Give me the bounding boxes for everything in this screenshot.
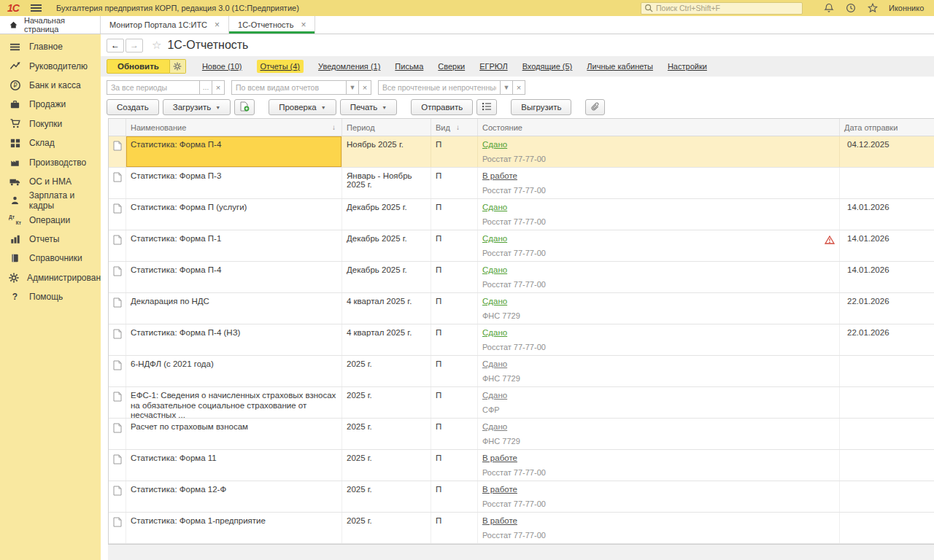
status-link[interactable]: Сдано <box>482 391 507 400</box>
sidebar-item-sales[interactable]: Продажи <box>0 95 101 114</box>
clear-filter-icon[interactable]: × <box>513 80 525 95</box>
nav-new[interactable]: Новое (10) <box>202 62 242 71</box>
report-name-cell[interactable]: Статистика: Форма 11 <box>126 450 342 481</box>
clear-filter-icon[interactable]: × <box>359 80 371 95</box>
table-row[interactable]: Статистика: Форма П-4Ноябрь 2025 г.ПСдан… <box>109 136 934 168</box>
status-link[interactable]: Сдано <box>482 297 507 306</box>
column-header-name[interactable]: Наименование↓ <box>126 119 342 136</box>
table-row[interactable]: ЕФС-1: Сведения о начисленных страховых … <box>109 387 934 419</box>
nav-egrul[interactable]: ЕГРЮЛ <box>479 62 507 71</box>
table-row[interactable]: 6-НДФЛ (с 2021 года)2025 г.ПСданоФНС 772… <box>109 356 934 387</box>
table-row[interactable]: Декларация по НДС4 квартал 2025 г.ПСдано… <box>109 293 934 324</box>
load-from-file-button[interactable] <box>234 99 255 115</box>
clear-filter-icon[interactable]: × <box>212 80 225 95</box>
report-name-cell[interactable]: 6-НДФЛ (с 2021 года) <box>126 356 342 386</box>
ellipsis-picker-icon[interactable]: … <box>200 80 212 95</box>
create-button[interactable]: Создать <box>107 99 159 115</box>
report-name-cell[interactable]: Статистика: Форма П (услуги) <box>126 199 342 230</box>
sidebar-item-manager[interactable]: Руководителю <box>0 56 101 75</box>
send-button[interactable]: Отправить <box>411 99 473 115</box>
status-link[interactable]: Сдано <box>482 234 507 243</box>
tab-close-icon[interactable]: × <box>301 20 306 30</box>
table-row[interactable]: Статистика: Форма 1-предприятие2025 г.ПВ… <box>109 513 934 544</box>
sidebar-item-purchases[interactable]: Покупки <box>0 114 101 133</box>
report-name-cell[interactable]: Статистика: Форма 1-предприятие <box>126 513 342 543</box>
current-user[interactable]: Иконнико <box>889 4 934 12</box>
warning-icon[interactable] <box>825 236 835 246</box>
nav-notifications[interactable]: Уведомления (1) <box>318 62 380 71</box>
column-header-status[interactable]: Состояние <box>478 119 840 136</box>
nav-reconciliations[interactable]: Сверки <box>438 62 465 71</box>
refresh-settings-gear-icon[interactable] <box>170 59 186 74</box>
sidebar-item-fixed-assets[interactable]: ОС и НМА <box>0 172 101 191</box>
table-row[interactable]: Статистика: Форма П-3Январь - Ноябрь 202… <box>109 168 934 199</box>
status-link[interactable]: Сдано <box>482 265 507 274</box>
status-link[interactable]: В работе <box>482 171 517 180</box>
status-link[interactable]: Сдано <box>482 140 507 149</box>
report-name-cell[interactable]: Статистика: Форма П-1 <box>126 230 342 261</box>
period-filter-input[interactable] <box>107 80 200 95</box>
sidebar-item-bank[interactable]: ₽Банк и касса <box>0 76 101 95</box>
sidebar-item-administration[interactable]: Администрирование <box>0 268 101 287</box>
table-row[interactable]: Расчет по страховым взносам2025 г.ПСдано… <box>109 419 934 450</box>
report-name-cell[interactable]: Расчет по страховым взносам <box>126 419 342 449</box>
report-name-cell[interactable]: Декларация по НДС <box>126 293 342 324</box>
report-type-filter-input[interactable] <box>231 80 347 95</box>
load-button[interactable]: Загрузить▼ <box>163 99 231 115</box>
report-name-cell[interactable]: Статистика: Форма 12-Ф <box>126 481 342 512</box>
main-menu-icon[interactable] <box>31 3 42 13</box>
dropdown-arrow-icon[interactable]: ▼ <box>501 80 513 95</box>
history-icon[interactable] <box>845 2 857 14</box>
tab-start-page[interactable]: Начальная страница <box>0 16 101 34</box>
nav-letters[interactable]: Письма <box>395 62 423 71</box>
table-row[interactable]: Статистика: Форма П-4Декабрь 2025 г.ПСда… <box>109 262 934 293</box>
sidebar-item-production[interactable]: Производство <box>0 152 101 171</box>
table-row[interactable]: Статистика: Форма П-1Декабрь 2025 г.ПСда… <box>109 230 934 262</box>
table-row[interactable]: Статистика: Форма 12-Ф2025 г.ПВ работеРо… <box>109 481 934 513</box>
status-link[interactable]: В работе <box>482 516 517 525</box>
report-name-cell[interactable]: Статистика: Форма П-3 <box>126 168 342 198</box>
sidebar-item-main[interactable]: Главное <box>0 37 101 56</box>
nav-reports[interactable]: Отчеты (4) <box>257 60 304 73</box>
status-link[interactable]: Сдано <box>482 422 507 431</box>
status-link[interactable]: В работе <box>482 454 517 462</box>
tab-its-monitor[interactable]: Монитор Портала 1С:ИТС× <box>101 16 229 34</box>
sidebar-item-payroll[interactable]: Зарплата и кадры <box>0 191 101 210</box>
nav-settings[interactable]: Настройки <box>668 62 707 71</box>
sidebar-item-warehouse[interactable]: Склад <box>0 133 101 152</box>
table-row[interactable]: Статистика: Форма П-4 (НЗ)4 квартал 2025… <box>109 324 934 356</box>
report-name-cell[interactable]: ЕФС-1: Сведения о начисленных страховых … <box>126 387 342 418</box>
check-button[interactable]: Проверка▼ <box>269 99 336 115</box>
status-link[interactable]: Сдано <box>482 359 507 368</box>
send-list-button[interactable] <box>476 99 497 115</box>
read-state-filter-input[interactable] <box>378 80 501 95</box>
dropdown-arrow-icon[interactable]: ▼ <box>347 80 359 95</box>
export-button[interactable]: Выгрузить <box>511 99 571 115</box>
global-search[interactable] <box>641 2 803 15</box>
column-header-period[interactable]: Период <box>342 119 431 136</box>
report-name-cell[interactable]: Статистика: Форма П-4 <box>126 262 342 292</box>
sidebar-item-help[interactable]: ?Помощь <box>0 287 101 306</box>
sidebar-item-operations[interactable]: ДтКтОперации <box>0 211 101 230</box>
attachments-button[interactable] <box>585 99 605 115</box>
forward-button[interactable]: → <box>126 39 143 52</box>
status-link[interactable]: Сдано <box>482 203 507 211</box>
column-header-vid[interactable]: Вид↓ <box>431 119 478 136</box>
notifications-bell-icon[interactable] <box>823 2 835 14</box>
status-link[interactable]: Сдано <box>482 328 507 337</box>
back-button[interactable]: ← <box>107 39 124 52</box>
favorites-star-icon[interactable] <box>867 2 879 14</box>
sidebar-item-reports[interactable]: Отчеты <box>0 230 101 249</box>
table-row[interactable]: Статистика: Форма 112025 г.ПВ работеРосс… <box>109 450 934 481</box>
sidebar-item-directories[interactable]: Справочники <box>0 249 101 268</box>
nav-incoming[interactable]: Входящие (5) <box>522 62 573 71</box>
favorite-star-icon[interactable]: ☆ <box>152 39 161 52</box>
tab-close-icon[interactable]: × <box>215 20 220 30</box>
nav-personal-accounts[interactable]: Личные кабинеты <box>587 62 653 71</box>
print-button[interactable]: Печать▼ <box>340 99 398 115</box>
search-input[interactable] <box>656 4 799 12</box>
column-header-date[interactable]: Дата отправки <box>840 119 934 136</box>
refresh-button[interactable]: Обновить <box>107 59 170 74</box>
table-row[interactable]: Статистика: Форма П (услуги)Декабрь 2025… <box>109 199 934 230</box>
report-name-cell[interactable]: Статистика: Форма П-4 <box>126 136 342 167</box>
